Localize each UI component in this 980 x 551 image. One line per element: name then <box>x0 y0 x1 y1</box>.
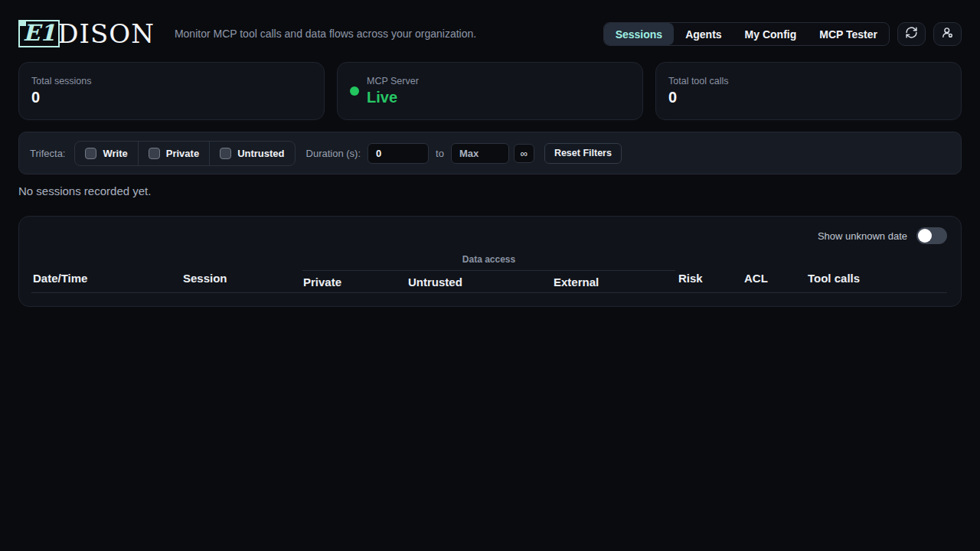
checkbox-private[interactable]: Private <box>138 142 209 165</box>
nav-tabs: Sessions Agents My Config MCP Tester <box>603 22 890 46</box>
checkbox-icon[interactable] <box>85 148 96 159</box>
tab-my-config[interactable]: My Config <box>733 23 808 45</box>
user-settings-button[interactable] <box>933 22 962 46</box>
nav-wrap: Sessions Agents My Config MCP Tester <box>603 22 962 46</box>
checkbox-write[interactable]: Write <box>75 142 137 165</box>
show-unknown-date-label: Show unknown date <box>818 230 907 242</box>
edison-logo: E1DISON <box>18 20 155 47</box>
duration-label: Duration (s): <box>306 148 361 159</box>
column-header-risk: Risk <box>678 272 703 285</box>
duration-to-label: to <box>436 148 444 159</box>
user-icon <box>941 26 954 42</box>
sessions-table-card: Show unknown date Data access Date/Time … <box>18 216 962 307</box>
reset-filters-button[interactable]: Reset Filters <box>544 143 622 164</box>
stat-label: Total tool calls <box>668 76 729 86</box>
logo-boxed-letters: E1 <box>18 20 60 47</box>
live-status-dot <box>350 86 359 96</box>
table-header-divider <box>31 292 947 293</box>
checkbox-untrusted[interactable]: Untrusted <box>209 142 294 165</box>
stat-card-total-tool-calls: Total tool calls 0 <box>655 62 962 120</box>
checkbox-label: Write <box>103 148 127 159</box>
tab-sessions[interactable]: Sessions <box>604 23 674 45</box>
stat-card-mcp-server: MCP Server Live <box>337 62 643 120</box>
toggle-knob <box>918 229 932 243</box>
checkbox-icon[interactable] <box>149 148 160 159</box>
column-header-acl: ACL <box>744 272 768 285</box>
filter-bar: Trifecta: Write Private Untrusted Durati… <box>18 132 962 174</box>
show-unknown-date-toggle[interactable] <box>916 227 947 244</box>
duration-max-input[interactable] <box>451 143 509 164</box>
refresh-button[interactable] <box>897 22 926 46</box>
stat-value: 0 <box>668 88 729 106</box>
column-header-date-time: Date/Time <box>33 272 87 285</box>
refresh-icon <box>905 26 918 42</box>
trifecta-label: Trifecta: <box>30 148 65 159</box>
infinity-button[interactable]: ∞ <box>514 144 534 163</box>
column-header-external: External <box>554 276 599 289</box>
header: E1DISON Monitor MCP tool calls and data … <box>18 0 962 49</box>
stat-label: MCP Server <box>367 76 419 86</box>
stat-value: 0 <box>31 88 92 106</box>
logo-rest-letters: DISON <box>57 20 155 47</box>
stat-value-live: Live <box>367 88 419 106</box>
data-access-group-header: Data access <box>302 254 675 271</box>
column-header-session: Session <box>183 272 227 285</box>
tab-mcp-tester[interactable]: MCP Tester <box>808 23 889 45</box>
show-unknown-date-row: Show unknown date <box>818 227 947 244</box>
checkbox-icon[interactable] <box>220 148 231 159</box>
checkbox-label: Private <box>166 148 199 159</box>
empty-state-message: No sessions recorded yet. <box>18 184 962 200</box>
tab-agents[interactable]: Agents <box>674 23 733 45</box>
column-header-private: Private <box>303 276 341 289</box>
checkbox-label: Untrusted <box>237 148 284 159</box>
trifecta-checkbox-group: Write Private Untrusted <box>74 141 295 166</box>
app-subtitle: Monitor MCP tool calls and data flows ac… <box>175 28 476 40</box>
column-header-tool-calls: Tool calls <box>808 272 860 285</box>
stat-card-total-sessions: Total sessions 0 <box>18 62 325 120</box>
page: E1DISON Monitor MCP tool calls and data … <box>0 0 980 551</box>
column-header-untrusted: Untrusted <box>408 276 462 289</box>
stat-label: Total sessions <box>31 76 92 86</box>
duration-min-input[interactable] <box>368 143 429 164</box>
stats-row: Total sessions 0 MCP Server Live Total t… <box>18 62 962 120</box>
